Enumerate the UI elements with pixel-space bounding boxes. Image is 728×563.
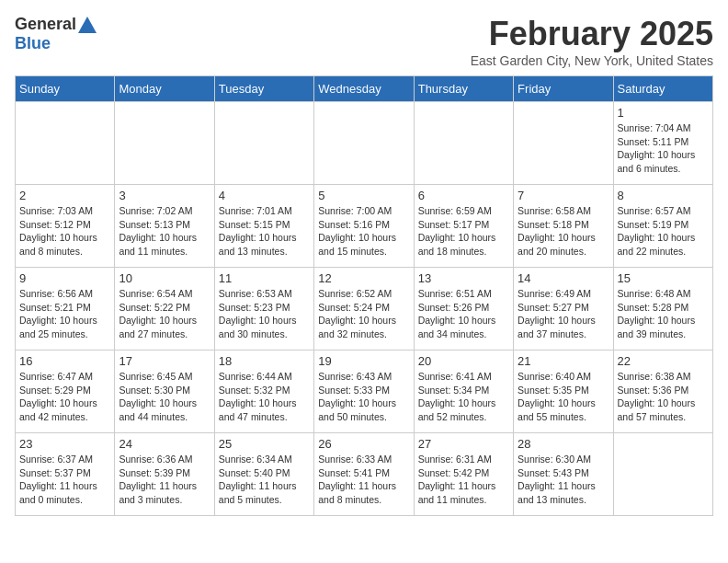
day-info: Sunrise: 6:34 AM Sunset: 5:40 PM Dayligh… xyxy=(219,453,310,507)
calendar-cell: 5Sunrise: 7:00 AM Sunset: 5:16 PM Daylig… xyxy=(314,185,414,268)
calendar-header-row: SundayMondayTuesdayWednesdayThursdayFrid… xyxy=(16,76,713,102)
day-info: Sunrise: 6:38 AM Sunset: 5:36 PM Dayligh… xyxy=(618,370,709,424)
day-number: 24 xyxy=(119,437,210,451)
day-info: Sunrise: 7:04 AM Sunset: 5:11 PM Dayligh… xyxy=(618,121,709,176)
day-info: Sunrise: 6:45 AM Sunset: 5:30 PM Dayligh… xyxy=(119,370,210,424)
day-number: 5 xyxy=(318,189,409,202)
day-number: 18 xyxy=(219,354,310,368)
day-number: 14 xyxy=(518,271,609,285)
day-info: Sunrise: 6:51 AM Sunset: 5:26 PM Dayligh… xyxy=(418,287,509,341)
day-number: 23 xyxy=(19,437,110,451)
calendar-cell: 19Sunrise: 6:43 AM Sunset: 5:33 PM Dayli… xyxy=(314,350,414,433)
day-info: Sunrise: 6:43 AM Sunset: 5:33 PM Dayligh… xyxy=(318,370,409,424)
calendar-cell: 16Sunrise: 6:47 AM Sunset: 5:29 PM Dayli… xyxy=(16,350,115,433)
calendar-week-5: 23Sunrise: 6:37 AM Sunset: 5:37 PM Dayli… xyxy=(16,433,713,516)
calendar-cell: 15Sunrise: 6:48 AM Sunset: 5:28 PM Dayli… xyxy=(613,268,712,350)
day-info: Sunrise: 6:41 AM Sunset: 5:34 PM Dayligh… xyxy=(418,370,509,424)
day-number: 20 xyxy=(418,354,509,368)
day-header-tuesday: Tuesday xyxy=(214,76,313,102)
calendar-cell: 9Sunrise: 6:56 AM Sunset: 5:21 PM Daylig… xyxy=(16,268,115,350)
day-info: Sunrise: 6:59 AM Sunset: 5:17 PM Dayligh… xyxy=(418,204,509,259)
calendar-cell: 28Sunrise: 6:30 AM Sunset: 5:43 PM Dayli… xyxy=(514,433,613,516)
calendar-week-3: 9Sunrise: 6:56 AM Sunset: 5:21 PM Daylig… xyxy=(16,268,713,350)
calendar: SundayMondayTuesdayWednesdayThursdayFrid… xyxy=(15,75,713,516)
calendar-cell: 10Sunrise: 6:54 AM Sunset: 5:22 PM Dayli… xyxy=(115,268,214,350)
day-info: Sunrise: 6:52 AM Sunset: 5:24 PM Dayligh… xyxy=(318,287,409,341)
day-info: Sunrise: 7:00 AM Sunset: 5:16 PM Dayligh… xyxy=(318,204,409,259)
day-number: 13 xyxy=(418,271,509,285)
calendar-cell: 22Sunrise: 6:38 AM Sunset: 5:36 PM Dayli… xyxy=(613,350,712,433)
logo-general: General xyxy=(15,15,76,34)
calendar-cell: 4Sunrise: 7:01 AM Sunset: 5:15 PM Daylig… xyxy=(214,185,313,268)
calendar-cell: 20Sunrise: 6:41 AM Sunset: 5:34 PM Dayli… xyxy=(414,350,513,433)
logo-blue: Blue xyxy=(15,34,51,53)
day-info: Sunrise: 6:47 AM Sunset: 5:29 PM Dayligh… xyxy=(19,370,110,424)
day-number: 28 xyxy=(518,437,609,451)
day-number: 25 xyxy=(219,437,310,451)
day-number: 4 xyxy=(219,189,310,202)
header: General Blue February 2025 East Garden C… xyxy=(15,15,713,68)
day-header-saturday: Saturday xyxy=(613,76,712,102)
logo-icon xyxy=(78,17,97,33)
day-number: 19 xyxy=(318,354,409,368)
calendar-cell xyxy=(514,102,613,185)
calendar-cell: 27Sunrise: 6:31 AM Sunset: 5:42 PM Dayli… xyxy=(414,433,513,516)
svg-marker-0 xyxy=(78,17,97,33)
day-info: Sunrise: 6:44 AM Sunset: 5:32 PM Dayligh… xyxy=(219,370,310,424)
day-header-monday: Monday xyxy=(115,76,214,102)
day-info: Sunrise: 6:58 AM Sunset: 5:18 PM Dayligh… xyxy=(518,204,609,259)
day-number: 17 xyxy=(119,354,210,368)
day-number: 27 xyxy=(418,437,509,451)
calendar-cell: 12Sunrise: 6:52 AM Sunset: 5:24 PM Dayli… xyxy=(314,268,414,350)
day-number: 6 xyxy=(418,189,509,202)
day-info: Sunrise: 6:30 AM Sunset: 5:43 PM Dayligh… xyxy=(518,453,609,507)
day-info: Sunrise: 6:57 AM Sunset: 5:19 PM Dayligh… xyxy=(618,204,709,259)
calendar-cell: 11Sunrise: 6:53 AM Sunset: 5:23 PM Dayli… xyxy=(214,268,313,350)
day-header-thursday: Thursday xyxy=(414,76,513,102)
calendar-cell xyxy=(414,102,513,185)
day-info: Sunrise: 6:36 AM Sunset: 5:39 PM Dayligh… xyxy=(119,453,210,507)
calendar-cell xyxy=(16,102,115,185)
day-number: 21 xyxy=(518,354,609,368)
day-number: 7 xyxy=(518,189,609,202)
calendar-cell: 23Sunrise: 6:37 AM Sunset: 5:37 PM Dayli… xyxy=(16,433,115,516)
calendar-cell: 2Sunrise: 7:03 AM Sunset: 5:12 PM Daylig… xyxy=(16,185,115,268)
month-title: February 2025 xyxy=(471,15,713,53)
day-info: Sunrise: 6:49 AM Sunset: 5:27 PM Dayligh… xyxy=(518,287,609,341)
calendar-cell xyxy=(115,102,214,185)
calendar-cell: 18Sunrise: 6:44 AM Sunset: 5:32 PM Dayli… xyxy=(214,350,313,433)
calendar-cell: 13Sunrise: 6:51 AM Sunset: 5:26 PM Dayli… xyxy=(414,268,513,350)
calendar-week-2: 2Sunrise: 7:03 AM Sunset: 5:12 PM Daylig… xyxy=(16,185,713,268)
calendar-cell: 17Sunrise: 6:45 AM Sunset: 5:30 PM Dayli… xyxy=(115,350,214,433)
logo: General Blue xyxy=(15,15,97,53)
day-number: 22 xyxy=(618,354,709,368)
calendar-cell: 8Sunrise: 6:57 AM Sunset: 5:19 PM Daylig… xyxy=(613,185,712,268)
day-info: Sunrise: 7:03 AM Sunset: 5:12 PM Dayligh… xyxy=(19,204,110,259)
day-header-sunday: Sunday xyxy=(16,76,115,102)
day-info: Sunrise: 6:31 AM Sunset: 5:42 PM Dayligh… xyxy=(418,453,509,507)
day-number: 16 xyxy=(19,354,110,368)
day-info: Sunrise: 6:40 AM Sunset: 5:35 PM Dayligh… xyxy=(518,370,609,424)
day-info: Sunrise: 7:01 AM Sunset: 5:15 PM Dayligh… xyxy=(219,204,310,259)
calendar-week-4: 16Sunrise: 6:47 AM Sunset: 5:29 PM Dayli… xyxy=(16,350,713,433)
day-number: 2 xyxy=(19,189,110,202)
day-info: Sunrise: 6:56 AM Sunset: 5:21 PM Dayligh… xyxy=(19,287,110,341)
calendar-cell: 3Sunrise: 7:02 AM Sunset: 5:13 PM Daylig… xyxy=(115,185,214,268)
calendar-cell: 1Sunrise: 7:04 AM Sunset: 5:11 PM Daylig… xyxy=(613,102,712,185)
day-number: 3 xyxy=(119,189,210,202)
day-number: 12 xyxy=(318,271,409,285)
day-info: Sunrise: 6:33 AM Sunset: 5:41 PM Dayligh… xyxy=(318,453,409,507)
location-subtitle: East Garden City, New York, United State… xyxy=(471,53,713,68)
calendar-cell xyxy=(314,102,414,185)
calendar-cell xyxy=(613,433,712,516)
day-number: 8 xyxy=(618,189,709,202)
calendar-cell: 6Sunrise: 6:59 AM Sunset: 5:17 PM Daylig… xyxy=(414,185,513,268)
day-info: Sunrise: 6:54 AM Sunset: 5:22 PM Dayligh… xyxy=(119,287,210,341)
day-header-friday: Friday xyxy=(514,76,613,102)
calendar-cell: 14Sunrise: 6:49 AM Sunset: 5:27 PM Dayli… xyxy=(514,268,613,350)
day-info: Sunrise: 6:48 AM Sunset: 5:28 PM Dayligh… xyxy=(618,287,709,341)
day-number: 9 xyxy=(19,271,110,285)
day-number: 15 xyxy=(618,271,709,285)
calendar-cell: 21Sunrise: 6:40 AM Sunset: 5:35 PM Dayli… xyxy=(514,350,613,433)
day-info: Sunrise: 7:02 AM Sunset: 5:13 PM Dayligh… xyxy=(119,204,210,259)
